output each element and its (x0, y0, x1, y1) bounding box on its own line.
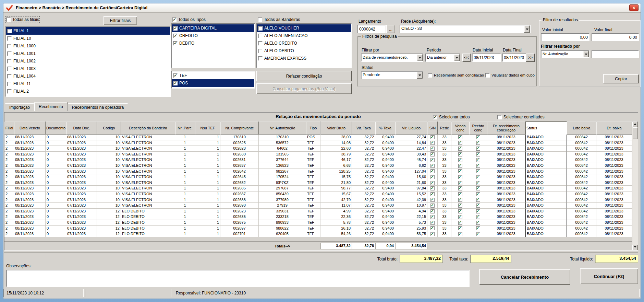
column-header-nr-comprovante[interactable]: Nr. Comprovante (220, 121, 259, 135)
cell-venda-conc[interactable] (451, 180, 469, 186)
row-checkbox[interactable] (476, 192, 480, 196)
row-checkbox[interactable] (430, 152, 435, 156)
row-checkbox[interactable] (458, 164, 462, 168)
table-row[interactable]: 208/11/2023007/11/202310VISA ELECTRON110… (4, 157, 632, 163)
item-checkbox[interactable] (173, 81, 178, 85)
tef-pos-listbox[interactable]: TEFPOS (171, 71, 255, 89)
cell-recbto-conc[interactable] (469, 135, 487, 140)
column-header-taxa[interactable]: % Taxa (375, 121, 395, 135)
row-checkbox[interactable] (458, 169, 462, 173)
cell-venda-conc[interactable] (451, 186, 469, 191)
todas-bandeiras-checkbox[interactable]: Todas as Bandeiras (258, 17, 300, 22)
row-checkbox[interactable] (476, 204, 480, 208)
todas-filiais-checkbox[interactable]: Todas as filiais (6, 17, 39, 22)
selecionar-todos-checkbox[interactable]: Selecionar todos (433, 114, 470, 120)
row-checkbox[interactable] (476, 181, 480, 185)
cell-recbto-conc[interactable] (469, 146, 487, 152)
row-checkbox[interactable] (458, 147, 462, 151)
cell-venda-conc[interactable] (451, 163, 469, 169)
cell-venda-conc[interactable] (451, 214, 469, 220)
cell-s-n[interactable] (427, 140, 438, 146)
cell-recbto-conc[interactable] (469, 174, 487, 180)
row-checkbox[interactable] (458, 186, 462, 190)
row-checkbox[interactable] (430, 226, 435, 230)
row-checkbox[interactable] (476, 169, 480, 173)
cell-venda-conc[interactable] (451, 197, 469, 203)
row-checkbox[interactable] (458, 215, 462, 219)
cell-venda-conc[interactable] (451, 174, 469, 180)
previous-period-button[interactable]: << (462, 54, 471, 62)
column-header-status[interactable]: Status (525, 121, 567, 135)
cell-recbto-conc[interactable] (469, 140, 487, 146)
row-checkbox[interactable] (458, 226, 462, 230)
list-item-alelo-voucher[interactable]: ALELO VOUCHER (257, 24, 351, 32)
list-item-filial-1004[interactable]: FILIAL 1004 (6, 72, 170, 80)
column-header-descricao-da-bandeira[interactable]: Descrição da Bandeira (121, 121, 175, 135)
cell-venda-conc[interactable] (451, 226, 469, 232)
cell-recbto-conc[interactable] (469, 214, 487, 220)
item-checkbox[interactable] (173, 26, 178, 31)
vertical-scrollbar[interactable] (632, 121, 638, 250)
selecionar-conciliados-checkbox[interactable]: Selecionar conciliados (497, 114, 544, 120)
list-item-filial-1002[interactable]: FILIAL 1002 (6, 57, 170, 65)
column-header-dt-recebimento-conciliacao[interactable]: Dt. recebimento conciliação (487, 121, 525, 135)
tipos-listbox[interactable]: CARTEIRA DIGITALCREDITODEBITO (171, 23, 255, 68)
item-checkbox[interactable] (7, 82, 12, 86)
item-checkbox[interactable] (173, 41, 178, 46)
table-row[interactable]: 208/11/2023007/11/202312ELO DEBITO110026… (4, 214, 632, 220)
row-checkbox[interactable] (430, 215, 435, 219)
row-checkbox[interactable] (458, 192, 462, 196)
table-row[interactable]: 208/11/2023007/11/202310VISA ELECTRON110… (4, 191, 632, 197)
cell-s-n[interactable] (427, 197, 438, 203)
cell-recbto-conc[interactable] (469, 203, 487, 209)
table-row[interactable]: 208/11/2023008/11/202310VISA ELECTRON111… (4, 135, 632, 140)
cell-s-n[interactable] (427, 186, 438, 191)
table-row[interactable]: 208/11/2023007/11/202312ELO DEBITO110026… (4, 220, 632, 226)
scrollbar-thumb[interactable] (633, 127, 637, 139)
row-checkbox[interactable] (430, 198, 435, 202)
list-item-filial-10[interactable]: FILIAL 10 (6, 35, 170, 42)
table-row[interactable]: 208/11/2023007/11/202310VISA ELECTRON110… (4, 140, 632, 146)
filtro-resultado-input[interactable] (592, 50, 639, 58)
item-checkbox[interactable] (258, 56, 263, 61)
list-item-debito[interactable]: DEBITO (172, 39, 254, 47)
cell-recbto-conc[interactable] (469, 157, 487, 163)
cell-recbto-conc[interactable] (469, 191, 487, 197)
tab-importacao[interactable]: Importação (5, 103, 34, 111)
rede-combobox[interactable]: CIELO - 33 (400, 25, 531, 33)
table-row[interactable]: 208/11/2023007/11/202310VISA ELECTRON110… (4, 180, 632, 186)
item-checkbox[interactable] (7, 44, 12, 48)
cell-s-n[interactable] (427, 220, 438, 226)
filtrar-filiais-button[interactable]: Filtrar filiais (104, 16, 137, 25)
row-checkbox[interactable] (476, 141, 480, 145)
cell-venda-conc[interactable] (451, 152, 469, 158)
list-item-pos[interactable]: POS (172, 79, 254, 87)
row-checkbox[interactable] (458, 181, 462, 185)
cell-venda-conc[interactable] (451, 231, 469, 237)
list-item-carteira-digital[interactable]: CARTEIRA DIGITAL (172, 24, 254, 32)
item-checkbox[interactable] (7, 74, 12, 79)
row-checkbox[interactable] (430, 221, 435, 225)
cell-s-n[interactable] (427, 157, 438, 163)
item-checkbox[interactable] (258, 26, 263, 31)
periodo-combobox[interactable]: Dia anterior (425, 54, 460, 62)
cell-recbto-conc[interactable] (469, 226, 487, 232)
cell-venda-conc[interactable] (451, 191, 469, 197)
refazer-conciliacao-button[interactable]: Refazer conciliação (256, 71, 352, 81)
dropdown-arrow-icon[interactable] (417, 54, 423, 61)
row-checkbox[interactable] (476, 232, 480, 236)
table-row[interactable]: 208/11/2023007/11/202310VISA ELECTRON110… (4, 146, 632, 152)
cell-recbto-conc[interactable] (469, 169, 487, 175)
scrollbar-track[interactable] (632, 139, 638, 245)
cell-s-n[interactable] (427, 226, 438, 232)
status-combobox[interactable]: Pendente (361, 71, 423, 79)
filtrar-por-combobox[interactable]: Data de vencimento/receb. (361, 54, 423, 62)
row-checkbox[interactable] (458, 141, 462, 145)
cell-s-n[interactable] (427, 152, 438, 158)
cell-recbto-conc[interactable] (469, 209, 487, 214)
row-checkbox[interactable] (430, 141, 435, 145)
row-checkbox[interactable] (476, 147, 480, 151)
row-checkbox[interactable] (430, 209, 435, 213)
valor-final-input[interactable] (592, 33, 639, 41)
list-item-alelo-debito[interactable]: ALELO DEBITO (257, 47, 351, 55)
